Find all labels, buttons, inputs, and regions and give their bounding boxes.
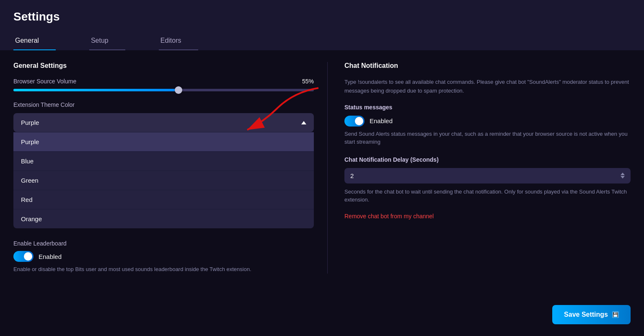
delay-section: Chat Notification Delay (Seconds) 2 Seco… xyxy=(344,156,631,204)
leaderboard-toggle[interactable] xyxy=(13,251,34,262)
theme-option-red[interactable]: Red xyxy=(13,190,314,209)
theme-option-green[interactable]: Green xyxy=(13,171,314,190)
theme-dropdown: Purple Purple Blue Green Red Orange xyxy=(13,113,314,228)
theme-dropdown-list: Purple Blue Green Red Orange xyxy=(13,132,314,228)
status-messages-toggle-label: Enabled xyxy=(370,117,393,124)
volume-value: 55% xyxy=(302,78,314,85)
delay-label: Chat Notification Delay (Seconds) xyxy=(344,156,631,163)
leaderboard-toggle-label: Enabled xyxy=(39,253,62,260)
save-settings-button[interactable]: Save Settings 💾 xyxy=(552,305,631,324)
tab-editors[interactable]: Editors xyxy=(159,32,198,50)
delay-value: 2 xyxy=(350,172,621,179)
leaderboard-toggle-knob xyxy=(24,252,32,261)
delay-input-container: 2 xyxy=(344,168,631,184)
status-messages-description: Send Sound Alerts status messages in you… xyxy=(344,130,631,146)
chat-notification-title: Chat Notification xyxy=(344,62,631,70)
page-title: Settings xyxy=(13,10,631,23)
volume-section: Browser Source Volume 55% xyxy=(13,78,314,91)
volume-slider-track[interactable] xyxy=(13,89,314,91)
theme-dropdown-selected[interactable]: Purple xyxy=(13,113,314,132)
theme-option-orange[interactable]: Orange xyxy=(13,209,314,228)
right-panel: Chat Notification Type !soundalerts to s… xyxy=(328,62,631,274)
status-messages-toggle-knob xyxy=(355,117,363,125)
remove-bot-link[interactable]: Remove chat bot from my channel xyxy=(344,213,434,220)
leaderboard-description: Enable or disable the top Bits user and … xyxy=(13,265,314,274)
tab-setup[interactable]: Setup xyxy=(89,32,125,50)
status-messages-label: Status messages xyxy=(344,104,631,111)
left-panel: General Settings Browser Source Volume 5… xyxy=(13,62,328,274)
general-settings-title: General Settings xyxy=(13,62,314,70)
save-icon: 💾 xyxy=(612,311,619,318)
leaderboard-section: Enable Leaderboard Enabled Enable or dis… xyxy=(13,240,314,274)
status-messages-section: Status messages Enabled Send Sound Alert… xyxy=(344,104,631,146)
status-messages-toggle-row: Enabled xyxy=(344,116,631,127)
delay-spinner[interactable] xyxy=(621,173,625,178)
delay-description: Seconds for the chat bot to wait until s… xyxy=(344,188,631,204)
theme-section: Extension Theme Color Purple Purple Blue… xyxy=(13,101,314,228)
chevron-up-icon xyxy=(301,121,306,124)
theme-option-blue[interactable]: Blue xyxy=(13,151,314,171)
volume-slider-fill xyxy=(13,89,178,91)
theme-option-purple[interactable]: Purple xyxy=(13,132,314,151)
chat-notification-desc: Type !soundalerts to see all available c… xyxy=(344,78,631,96)
delay-decrement-button[interactable] xyxy=(621,176,625,178)
delay-increment-button[interactable] xyxy=(621,173,625,175)
tabs-container: General Setup Editors xyxy=(13,32,631,50)
status-messages-toggle[interactable] xyxy=(344,116,365,127)
leaderboard-label: Enable Leaderboard xyxy=(13,240,314,247)
settings-header: Settings General Setup Editors xyxy=(0,0,644,50)
tab-general[interactable]: General xyxy=(13,32,56,50)
leaderboard-toggle-row: Enabled xyxy=(13,251,314,262)
volume-label: Browser Source Volume xyxy=(13,78,76,85)
main-content: General Settings Browser Source Volume 5… xyxy=(0,50,644,285)
theme-label: Extension Theme Color xyxy=(13,101,314,108)
volume-slider-thumb[interactable] xyxy=(175,86,182,94)
